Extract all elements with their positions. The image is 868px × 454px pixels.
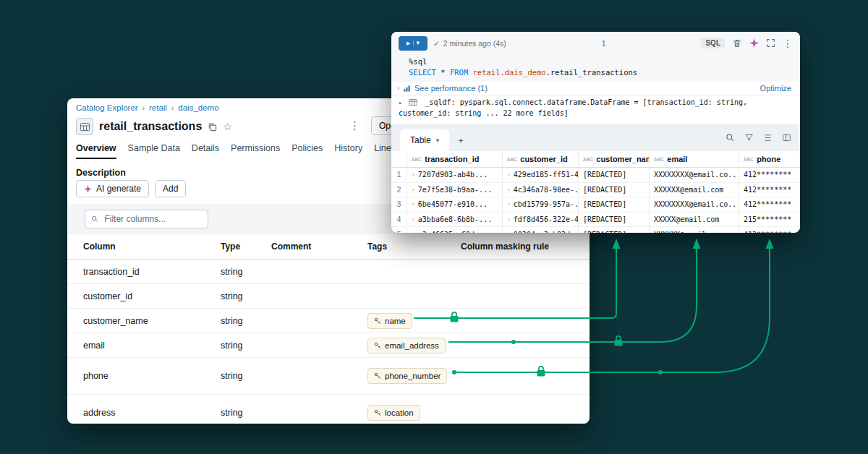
table-row[interactable]: customer_id string	[67, 284, 590, 309]
grid-col-transaction-id[interactable]: ABCtransaction_id	[407, 151, 503, 167]
add-description-button[interactable]: Add	[155, 180, 186, 197]
title-row: retail_transactions ☆	[76, 118, 232, 135]
run-cell-button[interactable]: ▶ ▾	[399, 36, 427, 51]
columns-layout-icon[interactable]	[782, 133, 791, 142]
table-row[interactable]: address string location	[67, 395, 590, 424]
cell-expander-icon[interactable]: ›	[412, 231, 415, 233]
expand-fullscreen-icon[interactable]	[766, 38, 775, 48]
grid-col-customer-name[interactable]: ABCcustomer_name	[579, 151, 650, 167]
cell-expander-icon[interactable]: ›	[507, 216, 511, 223]
magic-command-line: %sql	[409, 56, 800, 67]
tag-label: email_address	[385, 341, 439, 350]
column-type: string	[221, 371, 271, 381]
string-type-icon: ABC	[744, 157, 754, 162]
collapse-chevron-icon[interactable]: ›	[397, 85, 399, 92]
language-badge[interactable]: SQL	[701, 38, 725, 48]
grid-col-customer-id[interactable]: ABCcustomer_id	[503, 151, 579, 167]
grid-row: 1 ›7207d903-ab4b... ›429ed185-ff51-4... …	[391, 168, 800, 183]
catalog-tabs: Overview Sample Data Details Permissions…	[76, 142, 407, 159]
tag-pill-email-address[interactable]: email_address	[367, 338, 446, 354]
cell-value: XXXXXXXX@email.co...	[650, 168, 739, 182]
add-visualization-button[interactable]: +	[449, 129, 472, 151]
tag-pill-name[interactable]: name	[367, 313, 412, 329]
cell-expander-icon[interactable]: ›	[507, 231, 511, 233]
columns-table: Column Type Comment Tags Column masking …	[67, 234, 590, 424]
cell-expander-icon[interactable]: ›	[412, 171, 415, 178]
cell-value: 7e7f5e38-b9aa-...	[418, 186, 492, 194]
notebook-cell-window: ▶ ▾ ✓ 2 minutes ago (4s) 1 SQL	[391, 32, 800, 233]
canvas: Catalog Explorer › retail › dais_demo re…	[0, 0, 868, 454]
description-label: Description	[76, 168, 126, 178]
table-row[interactable]: transaction_id string	[67, 260, 590, 284]
cell-expander-icon[interactable]: ›	[412, 187, 415, 193]
search-results-icon[interactable]	[726, 133, 735, 142]
row-height-icon[interactable]	[763, 133, 773, 142]
cell-expander-icon[interactable]: ›	[507, 187, 511, 193]
string-type-icon: ABC	[412, 157, 422, 162]
see-performance-link[interactable]: See performance (1)	[414, 84, 488, 93]
table-row[interactable]: phone string phone_number	[67, 358, 590, 395]
tab-history[interactable]: History	[334, 142, 362, 159]
col-header-type: Type	[221, 241, 271, 252]
assistant-sparkle-icon[interactable]	[749, 38, 759, 48]
tag-pill-phone-number[interactable]: phone_number	[367, 368, 447, 384]
col-header-comment: Comment	[271, 241, 367, 252]
grid-col-email[interactable]: ABCemail	[650, 151, 739, 167]
cell-value: 215********	[739, 213, 800, 227]
result-toolbar-icons	[726, 124, 800, 151]
cell-value: 412********	[739, 227, 800, 233]
copy-icon[interactable]	[208, 122, 217, 132]
table-tab-label: Table	[410, 135, 431, 145]
arrow-up-icon	[766, 239, 774, 249]
cell-value: 4c346a78-98ee-...	[514, 186, 579, 194]
cell-value: [REDACTED]	[579, 183, 650, 197]
result-data-grid: ABCtransaction_id ABCcustomer_id ABCcust…	[391, 151, 800, 233]
grid-header-row: ABCtransaction_id ABCcustomer_id ABCcust…	[391, 151, 800, 168]
result-expander-icon[interactable]: ▸	[399, 99, 402, 106]
tag-pill-location[interactable]: location	[367, 405, 420, 421]
breadcrumb-catalog-explorer[interactable]: Catalog Explorer	[76, 103, 138, 112]
columns-table-header: Column Type Comment Tags Column masking …	[67, 234, 590, 260]
col-header-tags: Tags	[367, 241, 461, 252]
breadcrumb-dais-demo[interactable]: dais_demo	[178, 103, 218, 112]
ai-generate-label: AI generate	[96, 184, 141, 194]
tag-label: phone_number	[385, 372, 441, 380]
favorite-star-icon[interactable]: ☆	[223, 121, 232, 132]
cell-expander-icon[interactable]: ›	[507, 201, 511, 207]
cell-value: 7207d903-ab4b...	[418, 171, 488, 179]
breadcrumb-retail[interactable]: retail	[149, 103, 167, 112]
tab-table-view[interactable]: Table ▾	[400, 129, 449, 151]
grid-col-phone[interactable]: ABCphone	[739, 151, 800, 167]
check-icon: ✓	[433, 39, 440, 48]
table-row[interactable]: customer_name string name	[67, 309, 590, 333]
grid-row: 2 ›7e7f5e38-b9aa-... ›4c346a78-98ee-... …	[391, 183, 800, 198]
sql-code-editor[interactable]: %sql SELECT * FROM retail.dais_demo.reta…	[391, 54, 800, 82]
tab-permissions[interactable]: Permissions	[231, 142, 280, 159]
ai-generate-button[interactable]: AI generate	[76, 180, 149, 197]
tab-sample-data[interactable]: Sample Data	[128, 142, 180, 159]
cell-expander-icon[interactable]: ›	[507, 171, 511, 178]
row-number: 2	[391, 183, 407, 197]
cell-value: [REDACTED]	[579, 227, 650, 233]
table-row[interactable]: email string email_address	[67, 333, 590, 358]
cell-kebab-icon[interactable]: ⋮	[783, 38, 793, 48]
row-number: 1	[391, 168, 407, 182]
filter-funnel-icon[interactable]	[744, 133, 754, 142]
cell-value: 00304ec3-b83d-...	[514, 231, 579, 233]
tab-policies[interactable]: Policies	[292, 142, 323, 159]
tab-details[interactable]: Details	[192, 142, 219, 159]
tab-overview[interactable]: Overview	[76, 142, 116, 159]
run-options-chevron-down-icon: ▾	[414, 40, 420, 46]
cell-expander-icon[interactable]: ›	[412, 216, 415, 223]
trash-icon[interactable]	[732, 38, 742, 48]
cell-value: 412********	[739, 183, 800, 197]
chevron-down-icon: ▾	[436, 137, 440, 144]
optimize-link[interactable]: Optimize	[760, 84, 791, 93]
cell-value: [REDACTED]	[579, 213, 650, 227]
cell-expander-icon[interactable]: ›	[412, 201, 415, 207]
cell-value: e2a46625-a69d-...	[418, 231, 492, 233]
filter-columns-input[interactable]	[103, 213, 202, 225]
arrow-up-icon	[613, 239, 621, 249]
connector-junction-dot	[658, 370, 663, 374]
table-actions-kebab-icon[interactable]: ⋮	[349, 120, 360, 131]
